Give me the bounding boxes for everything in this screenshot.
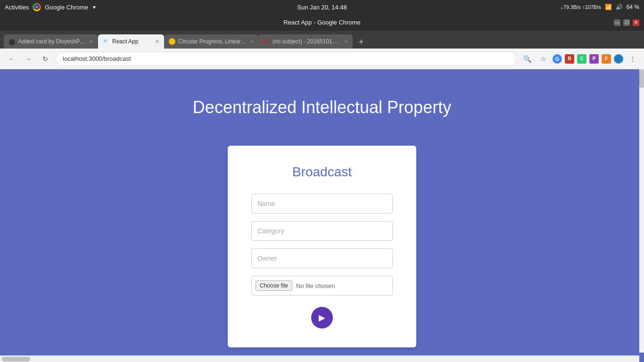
tab-2-close[interactable]: ✕ <box>155 39 159 45</box>
new-tab-button[interactable]: + <box>355 35 368 49</box>
minimize-button[interactable]: — <box>614 19 620 26</box>
ext-icon-1[interactable]: G <box>553 54 562 64</box>
toolbar-icons: 🔍 ☆ G R C P F 👤 ⋮ <box>520 52 639 66</box>
browser-title: React App - Google Chrome <box>283 19 360 26</box>
gmail-favicon: M <box>263 38 270 45</box>
category-input[interactable] <box>251 221 393 241</box>
tab-4-label: (no subject) - 201651015@iiit… <box>272 38 341 45</box>
submit-button[interactable]: ▶ <box>311 307 333 329</box>
ext-icon-2[interactable]: R <box>565 54 574 64</box>
broadcast-card: Broadcast Choose file No file chosen ▶ <box>228 146 416 347</box>
tabs-bar: ⬤ Added card by DivyeshPuri · P ✕ ⚛ Reac… <box>0 31 644 49</box>
dropdown-arrow[interactable]: ▼ <box>92 5 97 10</box>
form-title: Broadcast <box>251 165 393 180</box>
page-heading: Decentralized Intellectual Property <box>193 98 451 117</box>
submit-icon: ▶ <box>319 313 325 323</box>
os-datetime: Sun Jan 20, 14:48 <box>297 4 347 11</box>
tab-1[interactable]: ⬤ Added card by DivyeshPuri · P ✕ <box>4 34 98 49</box>
browser-title-bar: React App - Google Chrome — ☐ ✕ <box>0 14 644 31</box>
forward-button[interactable]: → <box>22 52 35 66</box>
scrollbar-track[interactable] <box>639 69 644 353</box>
maximize-button[interactable]: ☐ <box>623 19 630 26</box>
address-bar: ← → ↻ 🔍 ☆ G R C P F 👤 ⋮ <box>0 49 644 69</box>
bookmark-button[interactable]: ☆ <box>537 52 550 66</box>
tab-2[interactable]: ⚛ React App ✕ <box>98 34 164 49</box>
reload-button[interactable]: ↻ <box>39 52 52 66</box>
ext-icon-6[interactable]: 👤 <box>614 54 623 64</box>
tab-3-close[interactable]: ✕ <box>249 39 254 45</box>
tab-3[interactable]: Circular Progress, Linear Prog… ✕ <box>164 34 258 49</box>
tab-3-label: Circular Progress, Linear Prog… <box>178 38 247 45</box>
tab-4-close[interactable]: ✕ <box>344 39 348 45</box>
ext-icon-5[interactable]: F <box>602 54 611 64</box>
chrome-icon <box>33 3 41 11</box>
back-button[interactable]: ← <box>5 52 18 66</box>
activities-label[interactable]: Activities <box>5 4 29 11</box>
bottom-scrollbar-thumb[interactable] <box>2 357 30 362</box>
ext-icon-4[interactable]: P <box>589 54 599 64</box>
menu-button[interactable]: ⋮ <box>626 52 639 66</box>
github-favicon: ⬤ <box>8 38 15 45</box>
choose-file-button[interactable]: Choose file <box>256 280 292 291</box>
owner-input[interactable] <box>251 248 393 268</box>
browser-name-label: Google Chrome <box>45 4 88 11</box>
ext-icon-3[interactable]: C <box>577 54 586 64</box>
window-controls: — ☐ ✕ <box>614 19 639 26</box>
tab-2-label: React App <box>112 38 152 45</box>
tab-1-label: Added card by DivyeshPuri · P <box>18 38 86 45</box>
yellow-favicon <box>169 38 175 45</box>
react-favicon: ⚛ <box>103 38 109 45</box>
scrollbar-thumb[interactable] <box>639 69 644 88</box>
close-button[interactable]: ✕ <box>633 19 639 26</box>
name-input[interactable] <box>251 194 393 214</box>
volume-icon: 🔊 <box>616 4 623 10</box>
bottom-scrollbar[interactable] <box>0 355 639 362</box>
search-button[interactable]: 🔍 <box>520 52 534 66</box>
network-speed: ↓79.3B/s ↑107B/s <box>561 4 601 10</box>
tab-1-close[interactable]: ✕ <box>89 39 93 45</box>
address-input[interactable] <box>56 52 517 66</box>
os-topbar: Activities Google Chrome ▼ Sun Jan 20, 1… <box>0 0 644 14</box>
wifi-icon: 📶 <box>605 4 612 10</box>
page-content: Decentralized Intellectual Property Broa… <box>0 69 644 362</box>
file-input-wrapper: Choose file No file chosen <box>251 276 393 296</box>
tab-4[interactable]: M (no subject) - 201651015@iiit… ✕ <box>258 34 353 49</box>
file-no-chosen-label: No file chosen <box>296 282 335 289</box>
battery-label: 64 % <box>627 4 639 10</box>
